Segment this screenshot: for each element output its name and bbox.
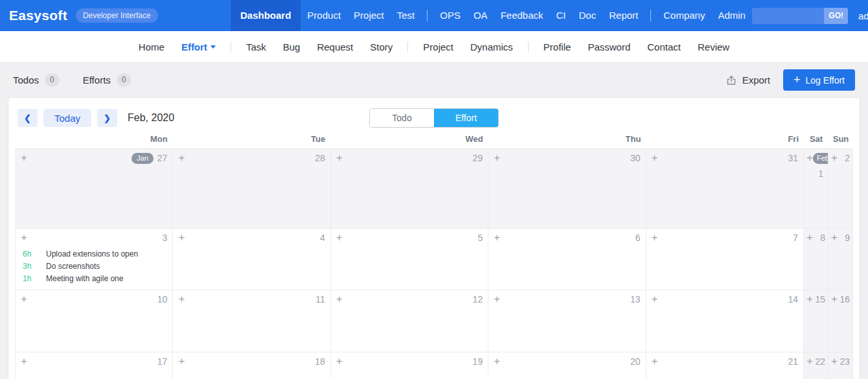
date-number: 12 <box>473 294 483 305</box>
add-effort-button[interactable]: + <box>178 233 185 243</box>
topnav-item-ci[interactable]: CI <box>550 0 573 31</box>
prev-month-button[interactable]: ❮ <box>17 109 38 127</box>
nav-divider <box>407 41 408 52</box>
add-effort-button[interactable]: + <box>652 233 658 243</box>
topnav-item-report[interactable]: Report <box>602 0 645 31</box>
topnav-item-doc[interactable]: Doc <box>573 0 603 31</box>
topnav-item-project[interactable]: Project <box>347 0 391 31</box>
date-number: 2 <box>845 153 850 164</box>
subnav-item-dynamics[interactable]: Dynamics <box>462 41 521 52</box>
add-effort-button[interactable]: + <box>178 153 185 163</box>
subnav-item-story[interactable]: Story <box>361 41 401 52</box>
add-effort-button[interactable]: + <box>831 153 838 163</box>
topnav-item-test[interactable]: Test <box>391 0 422 31</box>
calendar-cell: +21 <box>646 352 804 379</box>
subnav-item-home[interactable]: Home <box>130 41 173 52</box>
topnav-item-feedback[interactable]: Feedback <box>494 0 550 31</box>
topnav-item-dashboard[interactable]: Dashboard <box>231 0 301 31</box>
effort-entry[interactable]: 6hUpload extensions to open <box>21 248 167 260</box>
add-effort-button[interactable]: + <box>336 356 343 367</box>
add-effort-button[interactable]: + <box>178 356 185 367</box>
subnav-item-effort[interactable]: Effort <box>173 41 224 52</box>
calendar-cell: +14 <box>646 290 804 352</box>
chevron-down-icon <box>211 45 216 51</box>
add-effort-button[interactable]: + <box>21 356 27 367</box>
subnav-item-bug[interactable]: Bug <box>275 41 309 52</box>
calendar-cell: +12 <box>331 290 488 352</box>
add-effort-button[interactable]: + <box>336 153 343 163</box>
add-effort-button[interactable]: + <box>178 294 185 304</box>
topnav-item-ops[interactable]: OPS <box>433 0 467 31</box>
calendar-cell: +2 <box>828 149 853 229</box>
calendar-cell: +10 <box>16 290 173 352</box>
calendar-cell: +8 <box>804 229 828 290</box>
subnav-item-profile[interactable]: Profile <box>535 41 580 52</box>
calendar-cell: +13 <box>488 290 646 352</box>
toggle-todo[interactable]: Todo <box>370 109 434 127</box>
subnav-item-contact[interactable]: Contact <box>639 41 689 52</box>
add-effort-button[interactable]: + <box>21 294 27 304</box>
subnav-item-password[interactable]: Password <box>579 41 639 52</box>
add-effort-button[interactable]: + <box>336 233 343 243</box>
log-effort-button[interactable]: + Log Effort <box>783 69 855 91</box>
subnav-item-contact-label: Contact <box>647 41 681 52</box>
add-effort-button[interactable]: + <box>494 294 500 304</box>
add-effort-button[interactable]: + <box>21 153 27 163</box>
calendar-cell: +11 <box>173 290 330 352</box>
topnav-item-ops-label: OPS <box>440 10 461 21</box>
add-effort-button[interactable]: + <box>336 294 343 304</box>
tab-label: Efforts <box>83 75 111 86</box>
date-number: 23 <box>839 356 850 367</box>
topnav-item-admin[interactable]: Admin <box>711 0 752 31</box>
effort-hours: 6h <box>23 248 38 260</box>
app-logo[interactable]: Easysoft <box>9 8 67 23</box>
tab-todos[interactable]: Todos0 <box>13 73 60 87</box>
add-effort-button[interactable]: + <box>652 153 658 163</box>
add-effort-button[interactable]: + <box>652 356 658 367</box>
add-effort-button[interactable]: + <box>831 294 838 304</box>
date-number: 6 <box>635 233 641 244</box>
subnav-item-review-label: Review <box>698 41 729 52</box>
add-effort-button[interactable]: + <box>494 233 500 243</box>
tab-label: Todos <box>13 75 39 86</box>
toggle-effort[interactable]: Effort <box>434 109 498 127</box>
topnav-item-oa[interactable]: OA <box>467 0 494 31</box>
topnav-item-test-label: Test <box>397 10 415 21</box>
topbar-right: GO! admin <box>752 8 868 24</box>
add-effort-button[interactable]: + <box>806 233 813 243</box>
subnav-item-task[interactable]: Task <box>238 41 275 52</box>
next-month-button[interactable]: ❯ <box>97 109 117 127</box>
add-effort-button[interactable]: + <box>806 153 813 163</box>
export-button[interactable]: Export <box>726 75 770 86</box>
add-effort-button[interactable]: + <box>652 294 658 304</box>
add-effort-button[interactable]: + <box>806 356 813 367</box>
topnav-item-company[interactable]: Company <box>657 0 711 31</box>
effort-entry[interactable]: 3hDo screenshots <box>21 260 167 273</box>
add-effort-button[interactable]: + <box>806 294 813 304</box>
search-input[interactable] <box>752 8 824 24</box>
edition-badge: Developer Interface <box>76 8 158 23</box>
topnav-item-project-label: Project <box>354 10 384 21</box>
topnav-item-product[interactable]: Product <box>301 0 347 31</box>
date-number: 28 <box>315 153 325 164</box>
add-effort-button[interactable]: + <box>494 153 500 163</box>
subnav-item-request[interactable]: Request <box>308 41 361 52</box>
subnav-item-review[interactable]: Review <box>689 41 738 52</box>
calendar-cell: +29 <box>331 149 488 229</box>
add-effort-button[interactable]: + <box>494 356 500 367</box>
month-label: Feb, 2020 <box>128 112 174 124</box>
today-button[interactable]: Today <box>43 109 91 127</box>
add-effort-button[interactable]: + <box>831 233 838 243</box>
search-go-button[interactable]: GO! <box>824 8 848 24</box>
subnav-item-request-label: Request <box>317 41 353 52</box>
tab-efforts[interactable]: Efforts0 <box>83 73 131 87</box>
user-menu[interactable]: admin <box>858 10 868 21</box>
add-effort-button[interactable]: + <box>21 233 27 243</box>
effort-entry[interactable]: 1hMeeting with agile one <box>21 273 167 285</box>
subnav-item-project[interactable]: Project <box>415 41 462 52</box>
subnav-item-task-label: Task <box>246 41 266 52</box>
username: admin <box>858 10 868 21</box>
add-effort-button[interactable]: + <box>831 356 838 367</box>
day-headers: MonTueWedThuFriSatSun <box>15 132 853 148</box>
topbar: Easysoft Developer Interface DashboardPr… <box>0 0 868 31</box>
